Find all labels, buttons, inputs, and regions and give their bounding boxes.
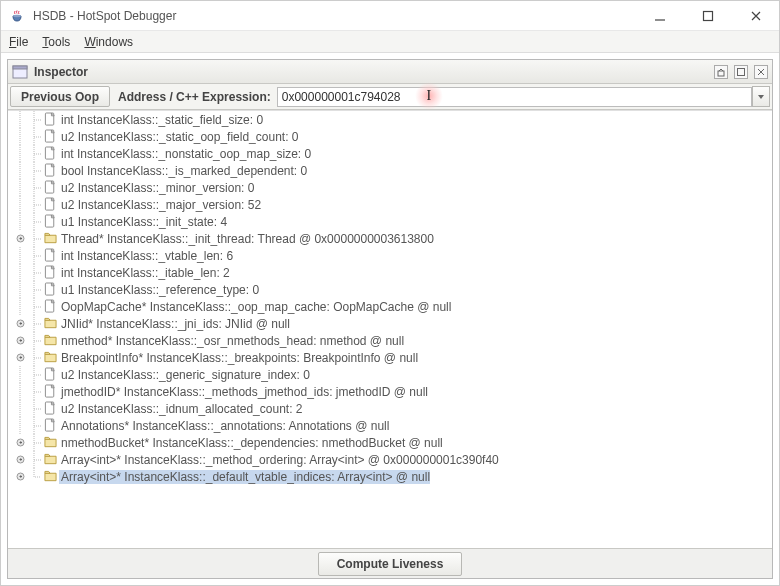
tree-branch-icon (27, 332, 41, 349)
tree-row[interactable]: JNIid* InstanceKlass::_jni_ids: JNIid @ … (8, 315, 772, 332)
close-button[interactable] (741, 4, 771, 28)
menu-windows[interactable]: Windows (84, 35, 133, 49)
tree-line-icon (14, 162, 25, 179)
tree-row-label: int InstanceKlass::_vtable_len: 6 (59, 249, 233, 263)
tree-toggle-icon[interactable] (16, 336, 25, 345)
tree-row[interactable]: Thread* InstanceKlass::_init_thread: Thr… (8, 230, 772, 247)
tree-row[interactable]: u2 InstanceKlass::_major_version: 52 (8, 196, 772, 213)
menu-file[interactable]: File (9, 35, 28, 49)
tree-row-label: int InstanceKlass::_itable_len: 2 (59, 266, 230, 280)
tree-branch-icon (27, 451, 41, 468)
file-icon (43, 283, 57, 297)
menu-tools[interactable]: Tools (42, 35, 70, 49)
tree-row-label: nmethod* InstanceKlass::_osr_nmethods_he… (59, 334, 404, 348)
tree-row-label: nmethodBucket* InstanceKlass::_dependenc… (59, 436, 443, 450)
address-dropdown-button[interactable] (752, 86, 770, 107)
address-input[interactable] (277, 87, 752, 107)
inspector-titlebar: Inspector (8, 60, 772, 84)
folder-icon (43, 351, 57, 365)
tree-line-icon (14, 128, 25, 145)
tree-branch-icon (27, 281, 41, 298)
file-icon (43, 385, 57, 399)
menubar: File Tools Windows (1, 31, 779, 53)
tree-toggle-icon[interactable] (16, 319, 25, 328)
tree-row[interactable]: u2 InstanceKlass::_generic_signature_ind… (8, 366, 772, 383)
tree-row[interactable]: u2 InstanceKlass::_static_oop_field_coun… (8, 128, 772, 145)
tree-row[interactable]: u1 InstanceKlass::_init_state: 4 (8, 213, 772, 230)
tree-row[interactable]: u2 InstanceKlass::_idnum_allocated_count… (8, 400, 772, 417)
tree-line-icon (14, 111, 25, 128)
tree-line-icon (14, 281, 25, 298)
tree-branch-icon (27, 179, 41, 196)
tree-branch-icon (27, 128, 41, 145)
file-icon (43, 113, 57, 127)
tree-line-icon (14, 264, 25, 281)
tree-row[interactable]: int InstanceKlass::_itable_len: 2 (8, 264, 772, 281)
tree-row[interactable]: u2 InstanceKlass::_minor_version: 0 (8, 179, 772, 196)
tree-branch-icon (27, 196, 41, 213)
tree-row-label: JNIid* InstanceKlass::_jni_ids: JNIid @ … (59, 317, 290, 331)
inspector-footer: Compute Liveness (8, 548, 772, 578)
tree-row-label: Array<int>* InstanceKlass::_default_vtab… (59, 470, 430, 484)
tree-row[interactable]: nmethod* InstanceKlass::_osr_nmethods_he… (8, 332, 772, 349)
tree-line-icon (14, 417, 25, 434)
tree-branch-icon (27, 434, 41, 451)
tree-row[interactable]: jmethodID* InstanceKlass::_methods_jmeth… (8, 383, 772, 400)
tree-row-label: int InstanceKlass::_nonstatic_oop_map_si… (59, 147, 311, 161)
tree-branch-icon (27, 162, 41, 179)
tree-row[interactable]: OopMapCache* InstanceKlass::_oop_map_cac… (8, 298, 772, 315)
tree-line-icon (14, 145, 25, 162)
tree-row[interactable]: int InstanceKlass::_vtable_len: 6 (8, 247, 772, 264)
inspector-title: Inspector (34, 65, 708, 79)
tree-row-label: u2 InstanceKlass::_major_version: 52 (59, 198, 261, 212)
tree-row[interactable]: Annotations* InstanceKlass::_annotations… (8, 417, 772, 434)
frame-maximize-button[interactable] (734, 65, 748, 79)
tree-toggle-icon[interactable] (16, 438, 25, 447)
previous-oop-button[interactable]: Previous Oop (10, 86, 110, 107)
frame-close-button[interactable] (754, 65, 768, 79)
tree-row[interactable]: int InstanceKlass::_static_field_size: 0 (8, 111, 772, 128)
tree-row-label: jmethodID* InstanceKlass::_methods_jmeth… (59, 385, 428, 399)
file-icon (43, 181, 57, 195)
tree-line-icon (14, 213, 25, 230)
tree-row[interactable]: Array<int>* InstanceKlass::_default_vtab… (8, 468, 772, 485)
inspector-frame: Inspector Previous Oop Address / C++ Exp… (7, 59, 773, 579)
tree-row-label: u1 InstanceKlass::_reference_type: 0 (59, 283, 259, 297)
tree-row-label: Array<int>* InstanceKlass::_method_order… (59, 453, 499, 467)
tree-branch-icon (27, 213, 41, 230)
tree-row[interactable]: BreakpointInfo* InstanceKlass::_breakpoi… (8, 349, 772, 366)
tree-toggle-icon[interactable] (16, 234, 25, 243)
file-icon (43, 249, 57, 263)
titlebar: HSDB - HotSpot Debugger (1, 1, 779, 31)
tree-line-icon (14, 179, 25, 196)
tree-branch-icon (27, 145, 41, 162)
svg-rect-3 (704, 11, 713, 20)
tree-row-label: u1 InstanceKlass::_init_state: 4 (59, 215, 227, 229)
tree-row-label: u2 InstanceKlass::_idnum_allocated_count… (59, 402, 303, 416)
tree-line-icon (14, 298, 25, 315)
tree-row-label: bool InstanceKlass::_is_marked_dependent… (59, 164, 307, 178)
tree-row-label: u2 InstanceKlass::_generic_signature_ind… (59, 368, 310, 382)
file-icon (43, 266, 57, 280)
tree-toggle-icon[interactable] (16, 455, 25, 464)
minimize-button[interactable] (645, 4, 675, 28)
file-icon (43, 368, 57, 382)
tree-row[interactable]: u1 InstanceKlass::_reference_type: 0 (8, 281, 772, 298)
frame-restore-button[interactable] (714, 65, 728, 79)
tree-row[interactable]: nmethodBucket* InstanceKlass::_dependenc… (8, 434, 772, 451)
folder-icon (43, 334, 57, 348)
tree-view[interactable]: int InstanceKlass::_static_field_size: 0… (8, 110, 772, 548)
tree-row[interactable]: bool InstanceKlass::_is_marked_dependent… (8, 162, 772, 179)
tree-line-icon (14, 383, 25, 400)
tree-row[interactable]: Array<int>* InstanceKlass::_method_order… (8, 451, 772, 468)
tree-branch-icon (27, 298, 41, 315)
tree-row[interactable]: int InstanceKlass::_nonstatic_oop_map_si… (8, 145, 772, 162)
compute-liveness-button[interactable]: Compute Liveness (318, 552, 463, 576)
file-icon (43, 147, 57, 161)
tree-toggle-icon[interactable] (16, 353, 25, 362)
tree-toggle-icon[interactable] (16, 472, 25, 481)
maximize-button[interactable] (693, 4, 723, 28)
java-icon (9, 8, 25, 24)
tree-line-icon (14, 247, 25, 264)
folder-icon (43, 436, 57, 450)
